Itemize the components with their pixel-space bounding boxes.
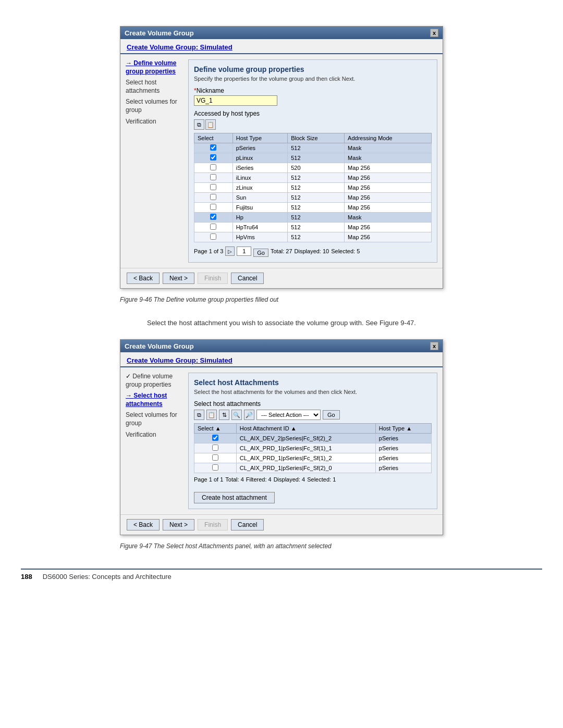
cell-host-type: HpVms [232,232,287,242]
sidebar-item-select-volumes-2[interactable]: Select volumes forgroup [126,411,183,427]
paste-icon[interactable]: 📋 [205,119,216,130]
cancel-button-2[interactable]: Cancel [231,519,264,530]
dialog-figure2: Create Volume Group x Create Volume Grou… [120,339,443,535]
cancel-button-1[interactable]: Cancel [231,273,264,284]
dialog-subtitle-2[interactable]: Create Volume Group: Simulated [127,356,232,364]
dialog-title-2: Create Volume Group [125,342,194,350]
copy-icon[interactable]: ⧉ [194,119,204,130]
cell-select[interactable] [194,173,233,183]
row-checkbox[interactable] [210,184,216,190]
sidebar-item-define-volume-2[interactable]: Define volumegroup properties [126,373,183,389]
cell-host-type: pSeries [232,143,287,153]
table-row: CL_AIX_DEV_2|pSeries|Fc_Sf(2)_2 pSeries [194,434,432,443]
sidebar-item-verification-2[interactable]: Verification [126,431,183,439]
cell-select[interactable] [194,434,237,443]
middle-text: Select the host attachment you wish to a… [120,319,443,327]
select-attachments-label: Select host attachments [194,400,432,408]
icon-btn-search1[interactable]: 🔍 [231,410,242,420]
page-input-1[interactable] [237,246,251,256]
table-row: zLinux 512 Map 256 [194,183,432,193]
row-checkbox[interactable] [210,164,216,170]
cell-host-type: HpTru64 [232,223,287,232]
row-checkbox[interactable] [210,204,216,210]
back-button-2[interactable]: < Back [127,519,160,530]
dialog-main-2: Select host Attachments Select the host … [188,373,437,509]
cell-host-type: iLinux [232,173,287,183]
row-checkbox[interactable] [210,154,216,161]
cell-block-size: 512 [288,153,345,163]
next-button-2[interactable]: Next > [163,519,194,530]
selected-label-1: Selected: 5 [331,248,360,254]
sidebar-item-define-volume[interactable]: Define volumegroup properties [126,59,183,76]
sidebar-item-select-volumes[interactable]: Select volumes forgroup [126,98,183,114]
row-checkbox[interactable] [212,454,218,461]
row-checkbox[interactable] [210,233,216,240]
table-row: iLinux 512 Map 256 [194,173,432,183]
host-types-table: Select Host Type Block Size Addressing M… [194,133,432,242]
cell-select[interactable] [194,463,237,473]
back-button-1[interactable]: < Back [127,273,160,284]
sidebar-item-verification[interactable]: Verification [126,118,183,126]
dialog-titlebar-1: Create Volume Group x [120,27,443,39]
row-checkbox[interactable] [210,224,216,230]
row-checkbox[interactable] [212,435,218,441]
dialog-body-1: Define volumegroup properties Select hos… [120,54,443,268]
nickname-input[interactable] [194,95,277,106]
cell-select[interactable] [194,203,233,213]
go-btn-2[interactable]: Go [323,410,340,419]
row-checkbox[interactable] [210,214,216,220]
dialog-header-1: Create Volume Group: Simulated [120,39,443,54]
filtered-label-2: Filtered: 4 [246,476,272,483]
row-checkbox[interactable] [212,445,218,451]
cell-select[interactable] [194,143,233,153]
icon-btn-paste2[interactable]: 📋 [206,410,217,420]
dialog-subtitle-1[interactable]: Create Volume Group: Simulated [127,43,232,51]
icon-btn-search2[interactable]: 🔎 [244,410,254,420]
row-checkbox[interactable] [212,464,218,471]
close-button-2[interactable]: x [430,342,438,350]
sidebar-item-select-host[interactable]: Select hostattachments [126,79,183,95]
cell-block-size: 512 [288,143,345,153]
cell-select[interactable] [194,223,233,232]
cell-select[interactable] [194,183,233,193]
pagination-1: Page 1 of 3 ▷ Go Total: 27 Displayed: 10… [194,245,432,257]
cell-block-size: 520 [288,163,345,173]
sidebar-2: Define volumegroup properties Select hos… [126,373,183,509]
dialog-header-2: Create Volume Group: Simulated [120,352,443,367]
cell-select[interactable] [194,193,233,203]
select-action-dropdown[interactable]: --- Select Action --- [256,410,321,420]
table-row: HpVms 512 Map 256 [194,232,432,242]
cell-block-size: 512 [288,193,345,203]
row-checkbox[interactable] [210,144,216,151]
finish-button-1: Finish [198,273,228,284]
cell-select[interactable] [194,453,237,463]
table-row: CL_AIX_PRD_1|pSeries|Fc_Sf(1)_1 pSeries [194,443,432,453]
row-checkbox[interactable] [210,194,216,200]
cell-host-type: pLinux [232,153,287,163]
cell-addressing: Mask [345,213,432,223]
dialog-footer-2: < Back Next > Finish Cancel [120,514,443,535]
dialog-title-1: Create Volume Group [125,29,194,37]
table-row: pSeries 512 Mask [194,143,432,153]
create-host-attachment-button[interactable]: Create host attachment [194,492,275,503]
row-checkbox[interactable] [210,174,216,180]
cell-select[interactable] [194,443,237,453]
icon-btn-move[interactable]: ⇅ [219,410,229,420]
icon-btn-copy2[interactable]: ⧉ [194,410,204,420]
next-button-1[interactable]: Next > [163,273,194,284]
cell-block-size: 512 [288,203,345,213]
page-next-btn-1[interactable]: ▷ [225,246,235,256]
sidebar-item-select-host-2[interactable]: Select hostattachments [126,392,183,408]
book-title: DS6000 Series: Concepts and Architecture [43,573,172,581]
cell-host-type: Fujitsu [232,203,287,213]
cell-select[interactable] [194,232,233,242]
cell-select[interactable] [194,153,233,163]
cell-host-type: pSeries [375,434,431,443]
close-button-1[interactable]: x [430,29,438,37]
cell-select[interactable] [194,213,233,223]
go-btn-1[interactable]: Go [253,249,268,257]
cell-block-size: 512 [288,232,345,242]
select-action-row: ⧉ 📋 ⇅ 🔍 🔎 --- Select Action --- Go [194,410,432,420]
cell-addressing: Map 256 [345,193,432,203]
cell-select[interactable] [194,163,233,173]
